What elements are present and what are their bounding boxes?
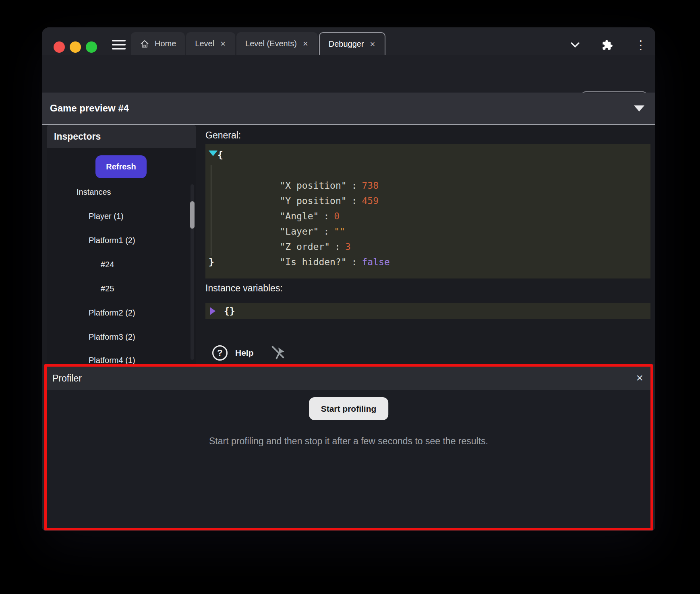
debugger-content: Inspectors Refresh Instances Player (1) … bbox=[42, 125, 655, 364]
json-key: "Angle" bbox=[280, 211, 319, 221]
sidebar-scrollbar-thumb[interactable] bbox=[190, 201, 195, 229]
profiler-title: Profiler bbox=[52, 367, 82, 390]
close-tab-icon[interactable]: × bbox=[302, 39, 309, 48]
json-open-brace: { bbox=[205, 147, 650, 163]
game-preview-header: Game preview #4 bbox=[42, 93, 655, 124]
collapse-arrow-icon[interactable] bbox=[209, 151, 217, 156]
close-window-button[interactable] bbox=[54, 41, 65, 53]
tab-label: Level (Events) bbox=[245, 39, 297, 48]
tree-item-instances[interactable]: Instances bbox=[47, 188, 196, 197]
json-key: "Y position" bbox=[280, 196, 346, 206]
chevron-down-icon[interactable] bbox=[570, 42, 580, 48]
profiler-header: Profiler × bbox=[47, 367, 650, 390]
tab-label: Level bbox=[195, 39, 214, 48]
profiler-description: Start profiling and then stop it after a… bbox=[47, 436, 650, 447]
tab-label: Debugger bbox=[329, 39, 364, 49]
kebab-menu-icon[interactable]: ⋮ bbox=[635, 37, 643, 53]
json-key: "Layer" bbox=[280, 226, 319, 237]
json-value[interactable]: 0 bbox=[334, 211, 340, 221]
minimize-window-button[interactable] bbox=[70, 41, 81, 53]
tree-item-platform3[interactable]: Platform3 (2) bbox=[47, 332, 196, 342]
tab-debugger[interactable]: Debugger × bbox=[319, 32, 386, 55]
indent-guide bbox=[211, 165, 211, 256]
tree-item-platform1[interactable]: Platform1 (2) bbox=[47, 236, 196, 245]
home-icon bbox=[140, 39, 149, 49]
tree-item-platform2[interactable]: Platform2 (2) bbox=[47, 308, 196, 318]
maximize-window-button[interactable] bbox=[86, 41, 97, 53]
json-value[interactable]: 459 bbox=[362, 196, 379, 206]
tab-level-events[interactable]: Level (Events) × bbox=[236, 32, 318, 55]
inspectors-title: Inspectors bbox=[54, 125, 101, 148]
tree-item-player[interactable]: Player (1) bbox=[47, 212, 196, 221]
inspector-panel: General: { "X position":738 "Y position"… bbox=[204, 125, 654, 364]
inspectors-sidebar: Inspectors Refresh Instances Player (1) … bbox=[47, 125, 196, 364]
refresh-button[interactable]: Refresh bbox=[95, 155, 147, 178]
instance-variables-label: Instance variables: bbox=[205, 283, 283, 294]
titlebar: Home Level × Level (Events) × Debugger ×… bbox=[42, 27, 655, 55]
tree-item-platform4[interactable]: Platform4 (1) bbox=[47, 356, 196, 365]
json-value[interactable]: "" bbox=[334, 226, 345, 237]
general-json-view: { "X position":738 "Y position":459 "Ang… bbox=[205, 144, 650, 278]
close-tab-icon[interactable]: × bbox=[220, 39, 226, 48]
debugger-window: Home Level × Level (Events) × Debugger ×… bbox=[42, 27, 655, 531]
debugger-toolbar: > Pause bbox=[42, 55, 655, 93]
inspectors-header: Inspectors bbox=[47, 125, 196, 148]
tab-level[interactable]: Level × bbox=[186, 32, 235, 55]
preview-dropdown-caret-icon[interactable] bbox=[634, 105, 644, 111]
help-row: ? Help bbox=[212, 344, 286, 362]
hamburger-menu-icon[interactable] bbox=[112, 39, 126, 51]
json-key: "Z order" bbox=[280, 241, 330, 252]
tree-item-25[interactable]: #25 bbox=[47, 284, 196, 293]
tab-bar: Home Level × Level (Events) × Debugger × bbox=[131, 32, 385, 55]
help-question-icon[interactable]: ? bbox=[212, 345, 228, 361]
json-entry: "X position":738 bbox=[205, 163, 650, 178]
close-tab-icon[interactable]: × bbox=[369, 40, 376, 49]
json-value[interactable]: 3 bbox=[345, 241, 351, 252]
desktop: { "titlebar": { "tabs": [ { "label": "Ho… bbox=[0, 0, 700, 594]
general-label: General: bbox=[205, 130, 241, 141]
tree-item-24[interactable]: #24 bbox=[47, 260, 196, 269]
start-profiling-button[interactable]: Start profiling bbox=[309, 397, 389, 420]
json-value[interactable]: 738 bbox=[362, 180, 379, 191]
game-preview-title: Game preview #4 bbox=[50, 93, 129, 124]
tab-label: Home bbox=[155, 39, 176, 48]
profiler-panel: Profiler × Start profiling Start profili… bbox=[44, 364, 653, 530]
json-value[interactable]: false bbox=[362, 257, 390, 267]
tab-home[interactable]: Home bbox=[131, 32, 185, 55]
instance-variables-json-view: {} bbox=[205, 303, 650, 319]
help-link[interactable]: Help bbox=[235, 348, 254, 358]
unpin-icon[interactable] bbox=[270, 345, 286, 361]
profiler-close-icon[interactable]: × bbox=[636, 370, 643, 386]
json-key: "Is hidden?" bbox=[280, 257, 346, 267]
expand-arrow-icon[interactable] bbox=[210, 307, 215, 315]
json-key: "X position" bbox=[280, 180, 346, 191]
extensions-puzzle-icon[interactable] bbox=[602, 39, 613, 51]
